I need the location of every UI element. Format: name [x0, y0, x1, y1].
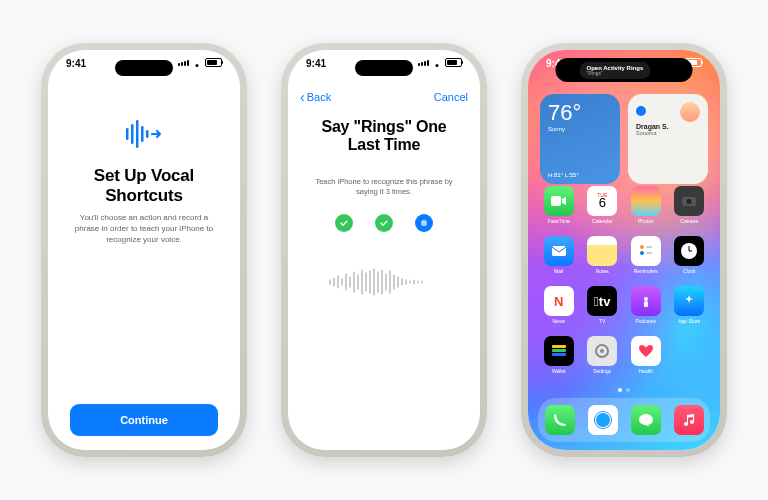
svg-rect-45: [552, 349, 566, 352]
app-tv[interactable]: tvTV: [586, 286, 620, 324]
wallet-icon: [544, 336, 574, 366]
status-indicators: [178, 58, 222, 67]
svg-rect-6: [423, 220, 424, 227]
svg-rect-4: [146, 130, 149, 138]
step-2-done: [375, 214, 393, 232]
svg-rect-46: [552, 353, 566, 356]
app-label: Calendar: [592, 218, 612, 224]
camera-icon: [674, 186, 704, 216]
screen-setup: 9:41: [48, 50, 240, 450]
app-camera[interactable]: Camera: [673, 186, 707, 224]
home-grid: FaceTime TUE6Calendar Photos Camera Mail…: [542, 186, 706, 374]
calendar-icon: TUE6: [587, 186, 617, 216]
dock-music[interactable]: [674, 405, 704, 435]
dock: [538, 398, 710, 442]
island-subtitle: "Rings": [587, 71, 644, 76]
app-label: Podcasts: [635, 318, 656, 324]
app-settings[interactable]: Settings: [586, 336, 620, 374]
app-label: Notes: [596, 268, 609, 274]
app-reminders[interactable]: Reminders: [629, 236, 663, 274]
phone-record: 9:41 ‹ Back Cancel Say "Rings" One Last …: [281, 43, 487, 457]
app-label: Clock: [683, 268, 696, 274]
svg-rect-3: [141, 126, 144, 142]
app-label: FaceTime: [548, 218, 570, 224]
record-title: Say "Rings" One Last Time: [308, 118, 460, 155]
svg-point-34: [687, 199, 692, 204]
step-1-done: [335, 214, 353, 232]
app-notes[interactable]: Notes: [586, 236, 620, 274]
mail-icon: [544, 236, 574, 266]
app-label: Reminders: [634, 268, 658, 274]
dock-safari[interactable]: [588, 405, 618, 435]
stage: 9:41: [0, 0, 768, 500]
waveform-icon: [324, 266, 444, 298]
app-calendar[interactable]: TUE6Calendar: [586, 186, 620, 224]
svg-rect-32: [551, 196, 561, 206]
app-label: Photos: [638, 218, 654, 224]
step-3-recording: [415, 214, 433, 232]
weather-temp: 76°: [548, 102, 612, 124]
app-clock[interactable]: Clock: [673, 236, 707, 274]
appstore-icon: [674, 286, 704, 316]
svg-point-48: [600, 349, 604, 353]
app-photos[interactable]: Photos: [629, 186, 663, 224]
app-health[interactable]: Health: [629, 336, 663, 374]
app-facetime[interactable]: FaceTime: [542, 186, 576, 224]
podcasts-icon: [631, 286, 661, 316]
reminders-icon: [631, 236, 661, 266]
app-mail[interactable]: Mail: [542, 236, 576, 274]
continue-label: Continue: [120, 414, 168, 426]
svg-rect-44: [552, 345, 566, 348]
battery-icon: [445, 58, 462, 67]
svg-rect-1: [131, 124, 134, 144]
setup-title: Set Up Vocal Shortcuts: [70, 166, 218, 205]
status-time: 9:41: [66, 58, 86, 69]
svg-rect-5: [422, 221, 423, 226]
app-appstore[interactable]: App Store: [673, 286, 707, 324]
svg-rect-35: [552, 246, 566, 256]
app-podcasts[interactable]: Podcasts: [629, 286, 663, 324]
dynamic-island-expanded[interactable]: Open Activity Rings "Rings": [556, 58, 693, 82]
status-time: 9:41: [306, 58, 326, 69]
weather-widget[interactable]: 76° Sunny H:81° L:55°: [540, 94, 620, 184]
screen-home: 9:41 Open Activity Rings "Rings" 76° Sun…: [528, 50, 720, 450]
app-news[interactable]: NNews: [542, 286, 576, 324]
dynamic-island: [115, 60, 173, 76]
weather-cond: Sunny: [548, 126, 612, 132]
continue-button[interactable]: Continue: [70, 404, 218, 436]
app-label: Mail: [554, 268, 563, 274]
page-indicator[interactable]: [528, 388, 720, 392]
dock-phone[interactable]: [545, 405, 575, 435]
app-label: Camera: [680, 218, 698, 224]
findmy-name: Dragan S.: [636, 123, 700, 130]
svg-rect-0: [126, 128, 129, 140]
app-label: App Store: [678, 318, 700, 324]
findmy-widget[interactable]: Dragan S. Sonoma: [628, 94, 708, 184]
cellular-icon: [178, 60, 189, 66]
findmy-location: Sonoma: [636, 130, 700, 136]
app-wallet[interactable]: Wallet: [542, 336, 576, 374]
clock-icon: [674, 236, 704, 266]
dock-messages[interactable]: [631, 405, 661, 435]
tv-icon: tv: [587, 286, 617, 316]
app-label: Wallet: [552, 368, 566, 374]
app-label: Health: [639, 368, 653, 374]
phone-home: 9:41 Open Activity Rings "Rings" 76° Sun…: [521, 43, 727, 457]
island-notification: Open Activity Rings "Rings": [580, 62, 651, 79]
record-body: Teach iPhone to recognize this phrase by…: [308, 177, 460, 197]
svg-rect-7: [425, 221, 426, 226]
dynamic-island: [355, 60, 413, 76]
app-label: News: [552, 318, 565, 324]
screen-record: 9:41 ‹ Back Cancel Say "Rings" One Last …: [288, 50, 480, 450]
svg-point-36: [640, 245, 644, 249]
findmy-dot-icon: [636, 106, 646, 116]
weather-range: H:81° L:55°: [548, 172, 579, 178]
svg-point-51: [596, 413, 610, 427]
wifi-icon: [192, 59, 202, 67]
setup-body: You'll choose an action and record a phr…: [70, 213, 218, 245]
wifi-icon: [432, 59, 442, 67]
settings-icon: [587, 336, 617, 366]
battery-icon: [205, 58, 222, 67]
facetime-icon: [544, 186, 574, 216]
news-icon: N: [544, 286, 574, 316]
